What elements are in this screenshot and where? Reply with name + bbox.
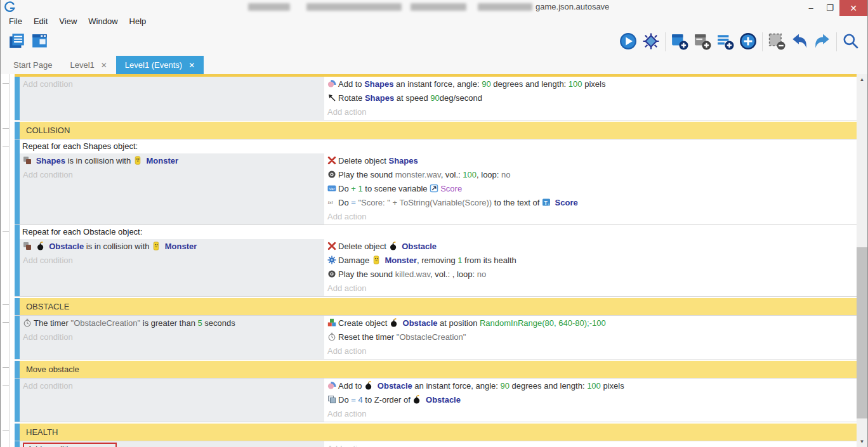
group-header-obstacle[interactable]: OBSTACLE xyxy=(20,298,857,315)
action-row[interactable]: Create object Obstacle at position Rando… xyxy=(324,316,857,330)
add-condition-button[interactable]: Add condition xyxy=(20,254,324,268)
tree-tick xyxy=(3,231,9,232)
text-segment: Score xyxy=(440,184,462,193)
scene-variable-icon xyxy=(430,184,438,193)
text-segment: no xyxy=(477,269,486,279)
add-comment-icon xyxy=(716,32,734,52)
add-action-button[interactable]: Add action xyxy=(324,442,857,447)
tab-level1[interactable]: Level1✕ xyxy=(61,56,115,74)
scroll-down-arrow-icon[interactable]: ▼ xyxy=(857,436,867,447)
app-window: game.json.autosave – ❐ ✕ FileEditViewWin… xyxy=(0,0,868,447)
restore-button[interactable]: ❐ xyxy=(820,0,839,16)
obstacle-icon xyxy=(389,242,398,250)
close-button[interactable]: ✕ xyxy=(839,0,867,16)
event-selection-bar xyxy=(15,122,20,139)
text-segment: Monster xyxy=(146,156,178,165)
window-controls: – ❐ ✕ xyxy=(801,0,867,16)
action-row[interactable]: Delete object Shapes xyxy=(324,154,857,168)
text-segment: an instant force, angle: xyxy=(412,381,501,391)
tab-close-icon[interactable]: ✕ xyxy=(188,61,195,70)
conditions-column: Obstacle is in collision with MonsterAdd… xyxy=(20,239,324,296)
action-row[interactable]: Rotate Shapes at speed 90deg/second xyxy=(324,91,857,105)
add-condition-button[interactable]: Add condition xyxy=(23,443,117,447)
text-segment: pixels xyxy=(582,79,606,89)
menu-item-file[interactable]: File xyxy=(3,15,28,27)
search-button[interactable] xyxy=(839,31,862,53)
action-row[interactable]: Add to Obstacle an instant force, angle:… xyxy=(324,379,857,393)
tab-start-page[interactable]: Start Page xyxy=(4,56,61,74)
debug-button[interactable] xyxy=(640,31,662,53)
add-condition-button[interactable]: Add condition xyxy=(20,330,324,344)
add-action-button[interactable]: Add action xyxy=(324,210,857,224)
action-row[interactable]: Play the sound killed.wav, vol.: , loop:… xyxy=(324,268,857,282)
action-row[interactable]: Do = 4 to Z-order of Obstacle xyxy=(324,393,857,407)
add-comment-button[interactable] xyxy=(714,31,737,53)
scene-editor-button[interactable] xyxy=(29,31,51,53)
menu-item-window[interactable]: Window xyxy=(82,15,123,27)
redacted-title-text xyxy=(411,3,466,11)
monster-icon xyxy=(152,242,161,250)
menu-item-help[interactable]: Help xyxy=(124,15,152,27)
add-action-button[interactable]: Add action xyxy=(324,344,857,358)
vertical-scrollbar[interactable]: ▲ ▼ xyxy=(857,74,867,447)
add-circle-button[interactable] xyxy=(737,31,760,53)
text-segment: Obstacle xyxy=(426,395,461,405)
event-block: Add conditionAdd to Shapes an instant fo… xyxy=(15,77,857,120)
add-condition-button[interactable]: Add condition xyxy=(20,379,324,393)
scrollbar-thumb[interactable] xyxy=(857,247,867,418)
group-header-move-obstacle[interactable]: Move obstacle xyxy=(20,361,857,378)
tab-close-icon[interactable]: ✕ xyxy=(101,61,107,70)
event-block: Add conditionAdd action xyxy=(15,441,857,447)
action-row[interactable]: Play the sound monster.wav, vol.: 100, l… xyxy=(324,168,857,182)
text-segment: Monster xyxy=(385,256,417,265)
tree-tick xyxy=(3,385,9,385)
action-row[interactable]: Reset the timer "ObstacleCreation" xyxy=(324,330,857,344)
project-manager-button[interactable] xyxy=(6,31,29,53)
event-selection-bar xyxy=(15,77,20,120)
gdevelop-logo-icon xyxy=(4,1,16,13)
action-row[interactable]: Add to Shapes an instant force, angle: 9… xyxy=(324,77,857,91)
repeat-for-each-label[interactable]: Repeat for each Shapes object: xyxy=(20,139,857,153)
text-segment: to Z-order of xyxy=(363,395,413,405)
play-button[interactable] xyxy=(617,31,640,53)
timer-icon xyxy=(327,332,336,341)
text-segment: Rotate xyxy=(338,93,365,103)
action-row[interactable]: Damage Monster, removing 1 from its heal… xyxy=(324,254,857,268)
condition-row[interactable]: Shapes is in collision with Monster xyxy=(20,154,324,168)
event-selection-bar xyxy=(15,316,20,359)
add-condition-button[interactable]: Add condition xyxy=(20,77,324,91)
repeat-for-each-label[interactable]: Repeat for each Obstacle object: xyxy=(20,225,857,239)
text-segment: + 1 xyxy=(351,184,362,193)
scroll-up-arrow-icon[interactable]: ▲ xyxy=(857,74,867,85)
redo-button[interactable] xyxy=(811,31,834,53)
action-row[interactable]: Delete object Obstacle xyxy=(324,240,857,254)
text-segment: Add to xyxy=(338,381,364,391)
undo-button[interactable] xyxy=(788,31,811,53)
add-condition-button[interactable]: Add condition xyxy=(20,168,324,182)
menu-item-edit[interactable]: Edit xyxy=(28,15,53,27)
add-action-button[interactable]: Add action xyxy=(324,105,857,119)
text-segment: , vol.: xyxy=(441,170,463,179)
add-sub-event-button[interactable] xyxy=(691,31,714,53)
text-segment: 90 xyxy=(430,93,439,103)
add-action-button[interactable]: Add action xyxy=(324,282,857,295)
tab-level1-events-[interactable]: Level1 (Events)✕ xyxy=(116,56,204,74)
minimize-button[interactable]: – xyxy=(801,0,820,16)
action-row[interactable]: txtDo = "Score: " + ToString(Variable(Sc… xyxy=(324,196,857,210)
group-header-health[interactable]: HEALTH xyxy=(20,424,857,441)
condition-row[interactable]: Obstacle is in collision with Monster xyxy=(20,240,324,254)
menu-item-view[interactable]: View xyxy=(53,15,82,27)
add-event-button[interactable] xyxy=(668,31,691,53)
debug-icon xyxy=(642,32,660,52)
action-row[interactable]: VarDo + 1 to scene variable Score xyxy=(324,182,857,196)
actions-column: Add to Obstacle an instant force, angle:… xyxy=(324,379,857,422)
text-segment: 90 xyxy=(482,79,490,89)
condition-row[interactable]: The timer "ObstacleCreation" is greater … xyxy=(20,316,324,330)
tree-tick xyxy=(3,322,9,323)
event-selection-bar xyxy=(15,361,20,378)
sound-icon xyxy=(327,269,336,278)
add-action-button[interactable]: Add action xyxy=(324,407,857,421)
text-segment: "Score: " + ToString(Variable(Score)) xyxy=(358,198,492,207)
group-header-collision[interactable]: COLLISION xyxy=(20,122,857,139)
remove-event-button[interactable] xyxy=(765,31,788,53)
